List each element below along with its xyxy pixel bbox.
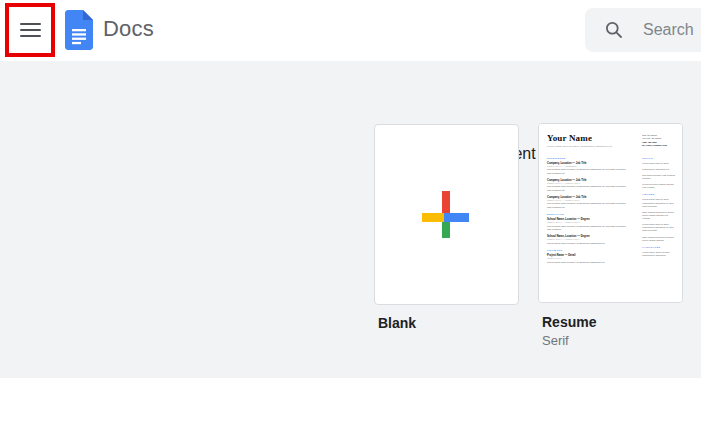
docs-document-icon [65, 10, 93, 50]
resume-section-heading: AWARDS [642, 193, 675, 195]
search-input[interactable] [643, 21, 701, 39]
hamburger-menu-icon [20, 29, 41, 31]
resume-section-heading: LANGUAGES [642, 246, 675, 248]
annotation-highlight-box [5, 3, 55, 57]
resume-entry: School Name, Location — Degree MONTH 20X… [547, 218, 630, 231]
template-label-blank: Blank [378, 315, 416, 331]
resume-entry: Company, Location — Job Title MONTH 20XX… [547, 161, 630, 174]
resume-entry: Company, Location — Job Title MONTH 20XX… [547, 178, 630, 191]
template-card-blank[interactable] [374, 124, 519, 305]
plus-icon-blue-bar [444, 213, 469, 222]
resume-entry: School Name, Location — Degree MONTH 20X… [547, 235, 630, 245]
search-icon [605, 21, 623, 39]
resume-contact-block: 123 Your Street Your City, ST 12345 (123… [642, 133, 676, 148]
hamburger-menu-icon [20, 23, 41, 25]
resume-section-heading: EXPERIENCE [547, 157, 630, 159]
resume-entry: Project Name — Detail MONTH 20XX Lorem i… [547, 254, 630, 264]
hamburger-menu-icon [20, 35, 41, 37]
template-card-resume[interactable]: Your Name Lorem ipsum dolor sit amet, co… [538, 123, 683, 303]
main-menu-button[interactable] [20, 23, 41, 37]
resume-section-heading: PROJECTS [547, 249, 630, 251]
resume-right-column: SKILLS Lorem ipsum dolor sit amet. Conse… [642, 152, 675, 267]
resume-section-heading: SKILLS [642, 157, 675, 159]
plus-icon-yellow-bar [422, 213, 445, 222]
resume-preview: Your Name Lorem ipsum dolor sit amet, co… [539, 124, 682, 303]
header-bar: Docs [0, 0, 701, 61]
resume-section-heading: EDUCATION [547, 213, 630, 215]
resume-entry: Company, Location — Job Title MONTH 20XX… [547, 195, 630, 208]
recent-documents-section: Recent documents [0, 378, 701, 432]
docs-logo[interactable] [65, 10, 93, 50]
template-label-resume: Resume [542, 314, 596, 330]
resume-tagline: Lorem ipsum dolor sit amet, consectetuer… [547, 145, 612, 147]
resume-name: Your Name [547, 133, 612, 143]
plus-icon [375, 125, 518, 304]
resume-left-column: EXPERIENCE Company, Location — Job Title… [547, 152, 630, 267]
app-title[interactable]: Docs [103, 16, 154, 42]
template-sublabel-serif: Serif [542, 333, 569, 348]
search-bar[interactable] [585, 8, 701, 52]
